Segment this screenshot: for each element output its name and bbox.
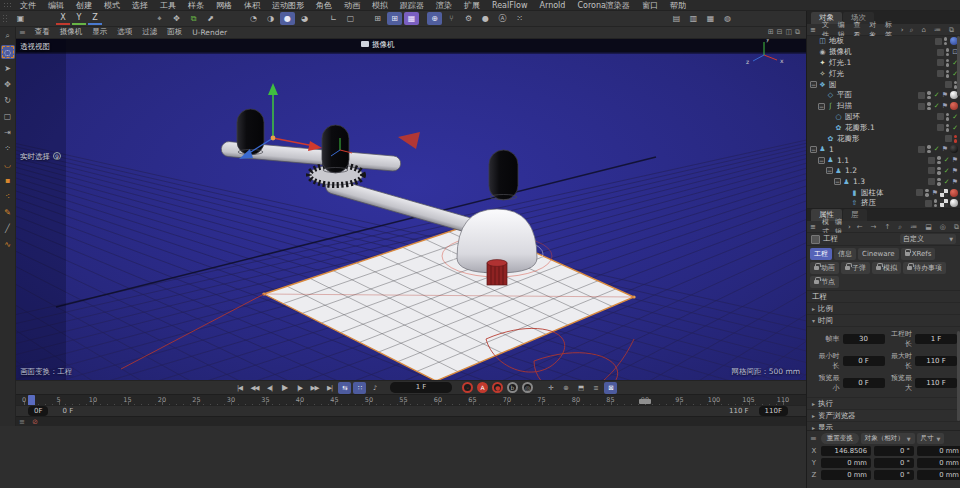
object-row-圆环[interactable]: ○圆环✓ bbox=[807, 112, 960, 123]
object-row-挤压[interactable]: ⇧挤压 bbox=[807, 198, 960, 209]
attr-menu-more[interactable]: › bbox=[845, 223, 854, 231]
coord-Y-rotation-field[interactable]: 0 ° bbox=[874, 458, 914, 468]
attr-chip-子弹[interactable]: 子弹 bbox=[841, 262, 870, 274]
filter-icon[interactable]: ≔ bbox=[931, 26, 944, 34]
menu-帮助[interactable]: 帮助 bbox=[664, 0, 692, 11]
key-interpolation-button[interactable]: ∷ bbox=[353, 382, 366, 394]
vp-corner-icon-1[interactable]: ⊟ bbox=[777, 28, 783, 36]
object-row-花瓣形.1[interactable]: ✿花瓣形.1✓ bbox=[807, 122, 960, 133]
render-picture-viewer-icon[interactable]: ▤ bbox=[669, 12, 684, 25]
layout-window-icon[interactable]: ▣ bbox=[13, 12, 28, 25]
attr-chip-工程[interactable]: 工程 bbox=[810, 248, 832, 260]
visibility-dots[interactable] bbox=[954, 135, 958, 143]
section-显示[interactable]: ▸显示 bbox=[807, 422, 960, 430]
coord-space-dropdown[interactable]: 对象（相对）▼ bbox=[861, 433, 915, 444]
back-icon[interactable]: ← bbox=[854, 223, 866, 231]
object-row-扫描[interactable]: −ʃ扫描✓⚑ bbox=[807, 101, 960, 112]
editor-toggle[interactable] bbox=[945, 135, 952, 142]
point-cloud-tool[interactable]: ⁖ bbox=[1, 189, 15, 203]
material-tag-red[interactable] bbox=[950, 102, 958, 110]
editor-toggle[interactable] bbox=[928, 157, 935, 164]
visibility-dots[interactable] bbox=[946, 124, 950, 132]
loop-playback-button[interactable]: ⇆ bbox=[338, 382, 351, 394]
menu-动画[interactable]: 动画 bbox=[338, 0, 366, 11]
size-mode-dropdown[interactable]: 尺寸▼ bbox=[917, 433, 945, 444]
viewport-menu-icon[interactable]: ≡ bbox=[19, 28, 26, 37]
coord-Z-position-field[interactable]: 0 mm bbox=[821, 470, 871, 480]
menu-文件[interactable]: 文件 bbox=[14, 0, 42, 11]
vp-menu-过滤[interactable]: 过滤 bbox=[137, 27, 162, 37]
tag-flag-icon[interactable]: ⚑ bbox=[942, 102, 948, 110]
timeline-playhead[interactable] bbox=[28, 395, 35, 405]
timeline-ruler[interactable]: 0510152025303540455055606570758085909510… bbox=[16, 394, 806, 405]
preview-range-handle[interactable] bbox=[639, 399, 651, 404]
sphere-black-icon[interactable]: ● bbox=[478, 12, 493, 25]
record-scale-icon[interactable]: ⬒ bbox=[574, 382, 587, 394]
object-row-圆[interactable]: −❖圆 bbox=[807, 79, 960, 90]
coord-X-size-field[interactable]: 0 mm bbox=[917, 446, 960, 456]
menu-扩展[interactable]: 扩展 bbox=[458, 0, 486, 11]
render-region-icon[interactable]: ◑ bbox=[263, 12, 278, 25]
expand-toggle[interactable]: − bbox=[834, 178, 841, 185]
attr-chip-节点[interactable]: 节点 bbox=[810, 276, 839, 288]
enabled-check-icon[interactable]: ✓ bbox=[952, 124, 958, 132]
snap-move-tool[interactable]: ⇥ bbox=[1, 125, 15, 139]
tag-flag-icon[interactable]: ⚑ bbox=[952, 167, 958, 175]
keyframe-selection-button[interactable]: b bbox=[507, 382, 518, 393]
visibility-dots[interactable] bbox=[937, 156, 941, 164]
visibility-dots[interactable] bbox=[925, 189, 929, 197]
vp-corner-icon-2[interactable]: ◫ bbox=[785, 28, 792, 36]
coord-Z-rotation-field[interactable]: 0 ° bbox=[874, 470, 914, 480]
editor-toggle[interactable] bbox=[928, 167, 935, 174]
editor-toggle[interactable] bbox=[937, 59, 944, 66]
section-时间[interactable]: ▾时间 bbox=[807, 315, 960, 327]
vp-corner-icon-3[interactable]: ⧉ bbox=[795, 28, 800, 36]
render-view-icon[interactable]: ◔ bbox=[246, 12, 261, 25]
vp-menu-摄像机[interactable]: 摄像机 bbox=[55, 27, 88, 37]
object-row-1.1[interactable]: −♟1.1✓⚑ bbox=[807, 155, 960, 166]
field-input-帧率[interactable]: 30 bbox=[843, 334, 885, 344]
render-active-icon[interactable]: ● bbox=[280, 12, 295, 25]
snap-center-icon[interactable]: ✥ bbox=[169, 12, 184, 25]
enabled-check-icon[interactable]: ✓ bbox=[944, 167, 950, 175]
object-row-圆柱体[interactable]: ▮圆柱体⚑ bbox=[807, 187, 960, 198]
current-frame-field[interactable]: 1 F bbox=[390, 382, 452, 393]
menu-网格[interactable]: 网格 bbox=[210, 0, 238, 11]
object-row-地板[interactable]: ◫地板 bbox=[807, 36, 960, 47]
enabled-check-icon[interactable]: ✓ bbox=[944, 178, 950, 186]
visibility-dots[interactable] bbox=[927, 91, 931, 99]
enabled-check-icon[interactable]: ✓ bbox=[934, 102, 940, 110]
record-pla-icon[interactable]: ≡ bbox=[589, 382, 602, 394]
expand-toggle[interactable]: − bbox=[818, 103, 825, 110]
live-selection-tool[interactable]: ◌ bbox=[1, 45, 15, 59]
render-material-icon[interactable]: ◕ bbox=[297, 12, 312, 25]
field-input-工程时长[interactable]: 1 F bbox=[915, 334, 957, 344]
spline-arc-tool[interactable]: ◡ bbox=[1, 157, 15, 171]
axis-x-button[interactable]: X bbox=[56, 13, 70, 25]
menu-选择[interactable]: 选择 bbox=[126, 0, 154, 11]
workplane-box-icon[interactable]: ▢ bbox=[343, 12, 358, 25]
coord-X-rotation-field[interactable]: 0 ° bbox=[874, 446, 914, 456]
grid-snap-icon[interactable]: ⊞ bbox=[370, 12, 385, 25]
object-row-1.2[interactable]: −♟1.2✓⚑ bbox=[807, 166, 960, 177]
expand-toggle[interactable]: − bbox=[826, 167, 833, 174]
editor-toggle[interactable] bbox=[937, 70, 944, 77]
coord-Z-size-field[interactable]: 0 mm bbox=[917, 470, 960, 480]
coord-Y-size-field[interactable]: 0 mm bbox=[917, 458, 960, 468]
zoom-tool[interactable]: ⌕ bbox=[1, 29, 15, 43]
panel-icon[interactable]: ⧉ bbox=[946, 26, 957, 34]
particles-icon[interactable]: ⁙ bbox=[512, 12, 527, 25]
menu-工具[interactable]: 工具 bbox=[154, 0, 182, 11]
editor-toggle[interactable] bbox=[937, 124, 944, 131]
move-tool[interactable]: ✥ bbox=[1, 77, 15, 91]
tag-flag-icon[interactable]: ⚑ bbox=[932, 189, 938, 197]
prev-key-button[interactable]: ◀◀ bbox=[248, 382, 261, 394]
pen-tool[interactable]: ✎ bbox=[1, 205, 15, 219]
no-notification-icon[interactable]: ⊘ bbox=[32, 418, 38, 426]
rect-spline-tool[interactable]: ▪ bbox=[1, 173, 15, 187]
preset-dropdown[interactable]: 自定义▼ bbox=[900, 234, 956, 244]
axis-z-button[interactable]: Z bbox=[88, 13, 102, 25]
export-icon[interactable]: ⬈ bbox=[203, 12, 218, 25]
expand-toggle[interactable]: − bbox=[810, 146, 817, 153]
viewport-view-label[interactable]: 透视视图 bbox=[20, 42, 50, 52]
